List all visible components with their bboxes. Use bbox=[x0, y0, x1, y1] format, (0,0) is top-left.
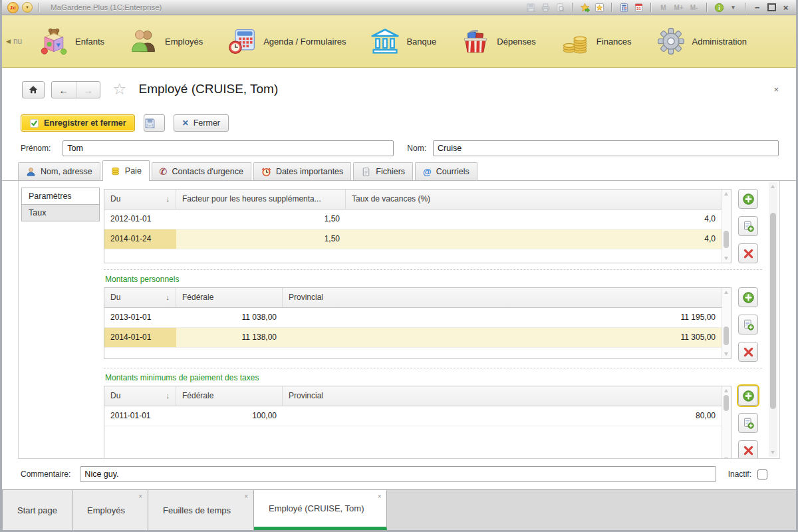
delete-row-button[interactable] bbox=[738, 440, 758, 459]
favorites-icon[interactable] bbox=[594, 2, 604, 13]
cell-federale[interactable]: 11 138,00 bbox=[176, 328, 283, 347]
scrollbar-thumb[interactable] bbox=[724, 395, 729, 411]
scroll-down-icon[interactable] bbox=[724, 257, 728, 260]
tab-paie[interactable]: Paie bbox=[102, 160, 150, 181]
table-row[interactable]: 2012-01-01 1,50 4,0 bbox=[104, 209, 722, 229]
pane-scrollbar[interactable] bbox=[769, 182, 777, 457]
save-button[interactable] bbox=[144, 114, 165, 132]
maximize-button[interactable] bbox=[766, 2, 777, 13]
scrollbar-thumb[interactable] bbox=[770, 213, 776, 409]
copy-row-button[interactable] bbox=[738, 315, 758, 334]
column-header-du[interactable]: Du↓ bbox=[104, 190, 176, 209]
memory-recall-icon[interactable]: M bbox=[658, 4, 669, 11]
comment-input[interactable] bbox=[80, 466, 716, 482]
print-preview-icon[interactable] bbox=[555, 2, 565, 13]
save-and-close-button[interactable]: Enregistrer et fermer bbox=[21, 114, 135, 132]
back-button[interactable]: ← bbox=[52, 82, 76, 98]
cell-du[interactable]: 2012-01-01 bbox=[104, 209, 176, 229]
inactive-checkbox[interactable] bbox=[757, 469, 767, 479]
save-icon[interactable] bbox=[525, 2, 536, 13]
bottom-tab-start-page[interactable]: Start page bbox=[2, 490, 72, 530]
ribbon-item-enfants[interactable]: Enfants bbox=[39, 27, 104, 56]
bottom-tab-feuilles-de-temps[interactable]: Feuilles de temps × bbox=[148, 490, 254, 530]
tab-fichiers[interactable]: Fichiers bbox=[353, 162, 413, 180]
info-caret-icon[interactable]: ▾ bbox=[728, 3, 738, 13]
side-tab-parametres[interactable]: Paramètres bbox=[21, 188, 100, 205]
column-header-du[interactable]: Du↓ bbox=[104, 288, 176, 307]
copy-row-button[interactable] bbox=[738, 216, 758, 236]
table-scrollbar[interactable] bbox=[722, 386, 731, 459]
cell-facteur[interactable]: 1,50 bbox=[176, 209, 346, 229]
scrollbar-thumb[interactable] bbox=[724, 327, 729, 345]
cell-federale[interactable]: 100,00 bbox=[176, 406, 283, 426]
column-header-facteur[interactable]: Facteur pour les heures supplémenta... bbox=[176, 190, 346, 209]
table-row[interactable]: 2011-01-01 100,00 80,00 bbox=[104, 406, 722, 426]
print-icon[interactable] bbox=[540, 2, 551, 13]
column-header-provincial[interactable]: Provincial bbox=[283, 386, 722, 406]
cell-provincial[interactable]: 80,00 bbox=[283, 406, 722, 426]
table-row[interactable]: 2013-01-01 11 038,00 11 195,00 bbox=[104, 308, 722, 328]
close-window-button[interactable]: × bbox=[781, 3, 791, 13]
tab-dates-importantes[interactable]: Dates importantes bbox=[253, 162, 351, 180]
favorite-star-icon[interactable]: ☆ bbox=[112, 80, 127, 98]
tab-nom-adresse[interactable]: Nom, adresse bbox=[18, 162, 100, 180]
memory-add-icon[interactable]: M+ bbox=[673, 4, 684, 11]
delete-row-button[interactable] bbox=[738, 243, 758, 263]
scroll-down-icon[interactable] bbox=[771, 451, 775, 454]
calculator-icon[interactable] bbox=[618, 2, 629, 13]
scroll-up-icon[interactable] bbox=[724, 192, 728, 196]
table-scrollbar[interactable] bbox=[722, 190, 731, 263]
close-form-icon[interactable]: × bbox=[773, 85, 779, 94]
cell-federale[interactable]: 11 038,00 bbox=[176, 308, 283, 327]
ribbon-item-administration[interactable]: Administration bbox=[656, 27, 747, 56]
ribbon-item-agenda[interactable]: Agenda / Formulaires bbox=[227, 27, 346, 56]
first-name-input[interactable] bbox=[63, 140, 394, 156]
cell-du[interactable]: 2014-01-01 bbox=[104, 328, 176, 347]
column-header-taux-vacances[interactable]: Taux de vacances (%) bbox=[346, 190, 722, 209]
table-row[interactable]: 2014-01-24 1,50 4,0 bbox=[104, 229, 722, 249]
home-button[interactable] bbox=[22, 81, 45, 98]
ribbon-item-depenses[interactable]: Dépenses bbox=[461, 27, 536, 56]
close-tab-icon[interactable]: × bbox=[138, 493, 142, 500]
menu-collapse[interactable]: ◀ nu bbox=[6, 37, 39, 46]
column-header-provincial[interactable]: Provincial bbox=[283, 288, 722, 307]
cell-provincial[interactable]: 11 305,00 bbox=[283, 328, 722, 347]
system-menu-caret-icon[interactable]: ▾ bbox=[22, 2, 33, 13]
last-name-input[interactable] bbox=[433, 140, 779, 156]
add-row-button[interactable] bbox=[738, 189, 758, 209]
cell-provincial[interactable]: 11 195,00 bbox=[283, 308, 722, 327]
table-scrollbar[interactable] bbox=[722, 288, 731, 358]
bottom-tab-employes[interactable]: Employés × bbox=[72, 490, 148, 530]
delete-row-button[interactable] bbox=[738, 342, 758, 362]
memory-subtract-icon[interactable]: M- bbox=[688, 4, 700, 11]
add-row-button[interactable] bbox=[738, 287, 758, 307]
tab-courriels[interactable]: @ Courriels bbox=[415, 162, 477, 180]
minimize-button[interactable]: − bbox=[752, 3, 762, 13]
forward-button[interactable]: → bbox=[76, 82, 100, 98]
add-row-button[interactable] bbox=[738, 386, 758, 406]
ribbon-item-employes[interactable]: Employés bbox=[129, 27, 203, 56]
cell-du[interactable]: 2011-01-01 bbox=[104, 406, 176, 426]
calendar-icon[interactable]: 31 bbox=[633, 2, 644, 13]
bottom-tab-employe-cruise-tom[interactable]: Employé (CRUISE, Tom) × bbox=[254, 490, 388, 530]
scroll-up-icon[interactable] bbox=[724, 291, 728, 294]
cell-taux[interactable]: 4,0 bbox=[346, 209, 722, 229]
tab-contacts-urgence[interactable]: ✆ Contacts d'urgence bbox=[152, 162, 251, 180]
copy-row-button[interactable] bbox=[738, 413, 758, 433]
ribbon-item-banque[interactable]: Banque bbox=[370, 27, 436, 56]
table-row[interactable]: 2014-01-01 11 138,00 11 305,00 bbox=[104, 328, 722, 348]
scrollbar-thumb[interactable] bbox=[724, 231, 729, 248]
close-tab-icon[interactable]: × bbox=[378, 493, 382, 500]
cell-facteur[interactable]: 1,50 bbox=[176, 229, 346, 249]
side-tab-taux[interactable]: Taux bbox=[21, 204, 100, 221]
column-header-du[interactable]: Du↓ bbox=[104, 386, 176, 406]
close-tab-icon[interactable]: × bbox=[244, 493, 248, 500]
add-favorite-icon[interactable] bbox=[579, 2, 590, 13]
scroll-down-icon[interactable] bbox=[724, 352, 728, 356]
cell-du[interactable]: 2014-01-24 bbox=[104, 229, 176, 249]
scroll-up-icon[interactable] bbox=[724, 389, 728, 392]
info-icon[interactable]: i bbox=[714, 2, 724, 13]
fermer-button[interactable]: ✕ Fermer bbox=[174, 114, 229, 132]
cell-taux[interactable]: 4,0 bbox=[346, 229, 722, 249]
column-header-federale[interactable]: Fédérale bbox=[176, 386, 283, 406]
